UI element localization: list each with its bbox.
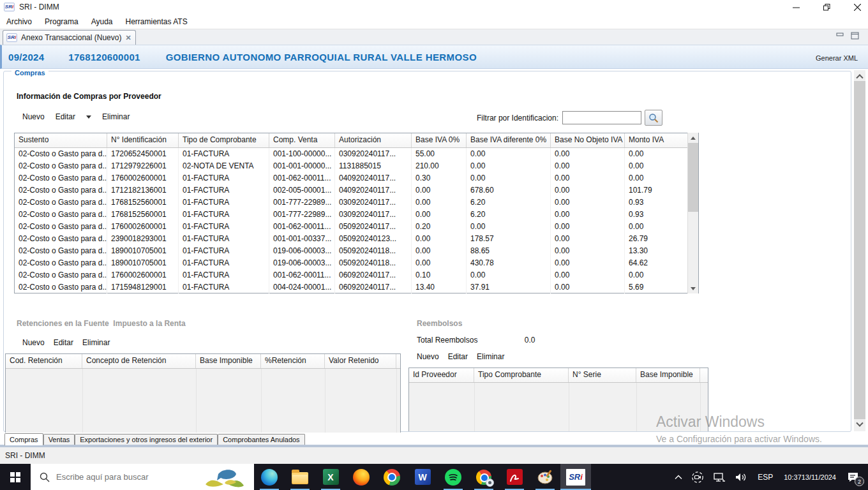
page-scroll-up-icon[interactable] (854, 70, 865, 81)
taskbar-edge[interactable] (254, 464, 285, 490)
taskbar-search[interactable] (31, 464, 254, 490)
column-header[interactable]: Base No Objeto IVA (551, 133, 625, 147)
menu-archivo[interactable]: Archivo (0, 15, 38, 28)
reembolsos-editar-button[interactable]: Editar (448, 352, 468, 361)
page-scrollbar[interactable] (854, 70, 865, 431)
table-row[interactable]: 02-Costo o Gasto para d...17600026000010… (15, 269, 689, 281)
taskbar-acrobat[interactable] (499, 464, 530, 490)
close-icon (854, 4, 861, 11)
search-icon (40, 472, 50, 482)
scroll-up-icon[interactable] (688, 133, 698, 143)
notification-center[interactable]: 2 (841, 464, 868, 490)
scrollbar-thumb[interactable] (688, 143, 698, 212)
column-header[interactable]: Sustento (15, 133, 107, 147)
column-header[interactable]: Id Proveedor (409, 368, 474, 382)
minimize-button[interactable] (790, 1, 802, 13)
menu-herramientas-ats[interactable]: Herramientas ATS (119, 15, 194, 28)
column-header[interactable]: N° Identificación (107, 133, 179, 147)
table-cell: 37.91 (467, 281, 551, 293)
column-header[interactable]: Base Imponible (196, 354, 261, 368)
start-button[interactable] (0, 464, 31, 490)
compras-table-scrollbar[interactable] (687, 133, 698, 293)
taskbar-sri-dimm[interactable]: SRi (560, 464, 591, 490)
table-row[interactable]: 02-Costo o Gasto para d...17159481290010… (15, 281, 689, 293)
column-header[interactable]: Comp. Venta (269, 133, 335, 147)
declaration-header: 09/2024 1768120600001 GOBIERNO AUTONOMO … (0, 45, 868, 69)
table-row[interactable]: 02-Costo o Gasto para d...23900182930010… (15, 233, 689, 245)
filter-identificacion-input[interactable] (562, 111, 641, 124)
view-minimize-button[interactable] (836, 32, 844, 40)
column-header[interactable]: Cod. Retención (6, 354, 82, 368)
table-row[interactable]: 02-Costo o Gasto para d...17121821360010… (15, 184, 689, 197)
compras-nuevo-button[interactable]: Nuevo (22, 112, 45, 121)
generar-xml-button[interactable]: Generar XML (816, 54, 858, 62)
editar-dropdown-arrow-icon[interactable] (86, 115, 91, 119)
table-cell: 060920240117... (335, 269, 412, 281)
column-header[interactable]: Tipo de Comprobante (179, 133, 269, 147)
restore-button[interactable] (821, 1, 832, 13)
table-row[interactable]: 02-Costo o Gasto para d...17600026000010… (15, 221, 689, 233)
reembolsos-nuevo-button[interactable]: Nuevo (417, 352, 439, 361)
taskbar-excel[interactable]: X (315, 464, 346, 490)
view-maximize-button[interactable] (851, 32, 859, 40)
taskbar-firefox[interactable] (346, 464, 377, 490)
table-row[interactable]: 02-Costo o Gasto para d...18900107050010… (15, 245, 689, 257)
column-header[interactable]: Valor Retenido (325, 354, 396, 368)
column-header[interactable]: Monto IVA (625, 133, 689, 147)
close-button[interactable] (851, 1, 863, 13)
tray-chevron-up[interactable] (670, 464, 687, 490)
tab-ventas[interactable]: Ventas (43, 434, 75, 445)
column-header[interactable]: Autorización (335, 133, 412, 147)
table-row[interactable]: 02-Costo o Gasto para d...18900107050010… (15, 257, 689, 269)
table-cell: 0.00 (551, 184, 625, 197)
taskbar-chrome[interactable] (377, 464, 407, 490)
table-row[interactable]: 02-Costo o Gasto para d...17129792260010… (15, 160, 689, 172)
table-cell: 210.00 (412, 160, 467, 172)
compras-editar-button[interactable]: Editar (56, 112, 75, 121)
language-indicator[interactable]: ESP (752, 464, 779, 490)
compras-eliminar-button[interactable]: Eliminar (102, 112, 130, 121)
column-header[interactable]: Concepto de Retención (82, 354, 196, 368)
column-header[interactable]: Base IVA diferente 0% (467, 133, 551, 147)
tab-exportaciones[interactable]: Exportaciones y otros ingresos del exter… (75, 434, 218, 445)
column-header[interactable]: %Retención (261, 354, 325, 368)
taskbar-spotify[interactable] (438, 464, 468, 490)
tray-meet-now[interactable] (687, 464, 708, 490)
clock[interactable]: 10:37 13/11/2024 (779, 464, 841, 490)
table-cell: 01-FACTURA (179, 172, 269, 184)
column-header[interactable]: Tipo Comprobante (474, 368, 569, 382)
page-scrollbar-thumb[interactable] (854, 81, 865, 419)
retenciones-nuevo-button[interactable]: Nuevo (22, 338, 45, 347)
chrome-icon (384, 469, 400, 486)
tray-volume[interactable] (730, 464, 752, 490)
scroll-down-icon[interactable] (688, 283, 698, 293)
table-cell: 01-FACTURA (179, 221, 269, 233)
tab-close-icon[interactable]: ✕ (125, 34, 131, 42)
table-row[interactable]: 02-Costo o Gasto para d...17681525600010… (15, 197, 689, 209)
table-cell: 13.40 (412, 281, 467, 293)
reembolsos-eliminar-button[interactable]: Eliminar (477, 352, 504, 361)
table-row[interactable]: 02-Costo o Gasto para d...17681525600010… (15, 209, 689, 221)
tray-network[interactable] (708, 464, 730, 490)
column-header[interactable]: Base IVA 0% (412, 133, 467, 147)
taskbar-chrome-app[interactable] (468, 464, 499, 490)
table-row[interactable]: 02-Costo o Gasto para d...17206524500010… (15, 148, 689, 160)
compras-table-header: SustentoN° IdentificaciónTipo de Comprob… (15, 133, 689, 148)
retenciones-eliminar-button[interactable]: Eliminar (82, 338, 110, 347)
tab-compras[interactable]: Compras (4, 433, 43, 445)
table-cell: 1890010705001 (107, 257, 179, 269)
table-cell: 178.57 (467, 233, 551, 245)
table-row[interactable]: 02-Costo o Gasto para d...17600026000010… (15, 172, 689, 184)
filter-search-button[interactable] (645, 110, 662, 126)
column-header[interactable]: Base Imponible (636, 368, 700, 382)
taskbar-file-explorer[interactable] (285, 464, 315, 490)
page-scroll-down-icon[interactable] (854, 419, 865, 430)
taskbar-paint[interactable] (530, 464, 560, 490)
retenciones-editar-button[interactable]: Editar (54, 338, 73, 347)
column-header[interactable]: N° Serie (569, 368, 636, 382)
menu-ayuda[interactable]: Ayuda (85, 15, 119, 28)
menu-programa[interactable]: Programa (38, 15, 85, 28)
taskbar-word[interactable]: W (407, 464, 438, 490)
tab-comprobantes-anulados[interactable]: Comprobantes Anulados (218, 434, 304, 445)
tab-anexo-transaccional[interactable]: SRi Anexo Transaccional (Nuevo) ✕ (3, 30, 136, 45)
